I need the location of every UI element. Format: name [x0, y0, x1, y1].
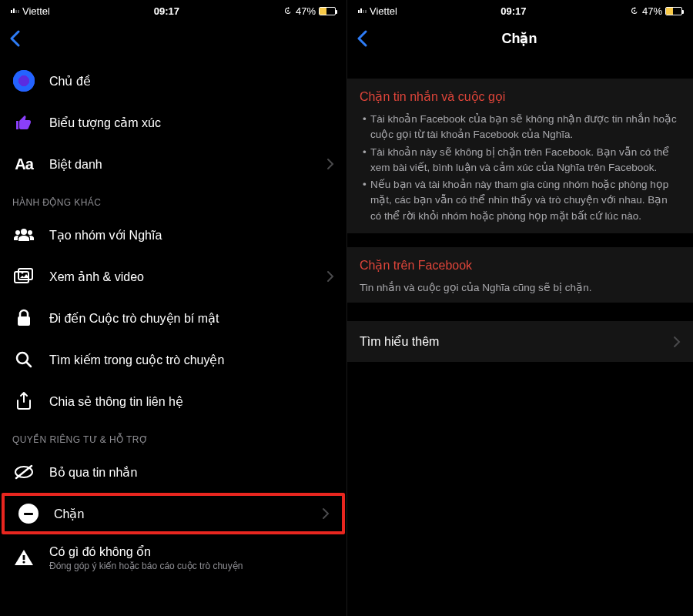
chevron-left-icon: [9, 30, 20, 47]
search-icon: [12, 350, 35, 369]
block-facebook-desc: Tin nhắn và cuộc gọi của Nghĩa cũng sẽ b…: [360, 280, 681, 296]
row-create-group-label: Tạo nhóm với Nghĩa: [49, 228, 334, 243]
text-icon: Aa: [15, 156, 33, 173]
row-view-media-label: Xem ảnh & video: [49, 270, 313, 284]
carrier-label: Viettel: [22, 5, 50, 17]
back-button[interactable]: [8, 27, 22, 50]
status-bar: Viettel 09:17 47%: [347, 0, 693, 22]
svg-rect-14: [634, 10, 635, 12]
chevron-right-icon: [326, 270, 334, 283]
desc-item: Nếu bạn và tài khoản này tham gia cùng n…: [363, 177, 681, 224]
row-secret-conversation[interactable]: Đi đến Cuộc trò chuyện bí mật: [0, 297, 346, 339]
row-view-media[interactable]: Xem ảnh & video: [0, 256, 346, 297]
section-privacy-support: QUYỀN RIÊNG TƯ & HỖ TRỢ: [0, 422, 346, 451]
row-create-group[interactable]: Tạo nhóm với Nghĩa: [0, 214, 346, 256]
row-nickname-label: Biệt danh: [49, 157, 313, 172]
nav-bar: [0, 22, 346, 55]
block-icon: [17, 504, 40, 524]
block-messages-title: Chặn tin nhắn và cuộc gọi: [347, 79, 693, 112]
svg-point-1: [21, 229, 27, 235]
row-report-label: Có gì đó không ổn: [49, 544, 334, 559]
row-search-conversation[interactable]: Tìm kiếm trong cuộc trò chuyện: [0, 339, 346, 380]
group-icon: [12, 227, 35, 243]
row-ignore-label: Bỏ qua tin nhắn: [49, 465, 334, 480]
row-report[interactable]: Có gì đó không ổn Đóng góp ý kiến hoặc b…: [0, 534, 346, 581]
row-learn-more[interactable]: Tìm hiểu thêm: [347, 321, 693, 362]
ignore-icon: [12, 464, 35, 480]
row-emoji[interactable]: Biểu tượng cảm xúc: [0, 102, 346, 143]
warning-icon: [12, 548, 35, 567]
theme-icon: [13, 70, 35, 92]
battery-icon: [665, 7, 682, 15]
row-theme-label: Chủ đề: [49, 74, 334, 89]
share-icon: [12, 391, 35, 411]
row-secret-label: Đi đến Cuộc trò chuyện bí mật: [49, 311, 334, 326]
chevron-right-icon: [322, 507, 330, 520]
chevron-right-icon: [326, 158, 334, 170]
svg-point-2: [15, 230, 20, 235]
svg-point-6: [22, 272, 24, 274]
desc-item: Tài khoản Facebook của bạn sẽ không nhận…: [363, 112, 681, 143]
row-emoji-label: Biểu tượng cảm xúc: [49, 116, 334, 130]
clock: 09:17: [50, 5, 283, 17]
svg-rect-7: [18, 316, 30, 326]
block-facebook-title: Chặn trên Facebook: [347, 247, 693, 280]
desc-item: Tài khoản này sẽ không bị chặn trên Face…: [363, 145, 681, 176]
orientation-lock-icon: [283, 6, 293, 15]
settings-screen: Viettel 09:17 47% Chủ đề Biểu tượng cảm …: [0, 0, 346, 616]
page-title: Chặn: [353, 30, 685, 47]
signal-icon: [358, 8, 367, 13]
row-block-label: Chặn: [54, 507, 308, 521]
thumb-icon: [12, 113, 35, 132]
battery-pct: 47%: [296, 5, 316, 17]
battery-icon: [319, 7, 336, 15]
row-block[interactable]: Chặn: [2, 493, 345, 534]
lock-icon: [12, 309, 35, 327]
row-share-label: Chia sẻ thông tin liên hệ: [49, 394, 334, 409]
block-messages-card[interactable]: Chặn tin nhắn và cuộc gọi Tài khoản Face…: [347, 79, 693, 233]
row-share-contact[interactable]: Chia sẻ thông tin liên hệ: [0, 380, 346, 422]
block-messages-desc: Tài khoản Facebook của bạn sẽ không nhận…: [360, 112, 681, 224]
block-screen: Viettel 09:17 47% Chặn Chặn tin nhắn và …: [346, 0, 693, 616]
row-theme[interactable]: Chủ đề: [0, 60, 346, 102]
svg-rect-12: [23, 555, 25, 560]
svg-point-13: [22, 561, 25, 563]
svg-point-3: [28, 230, 32, 235]
block-facebook-card[interactable]: Chặn trên Facebook Tin nhắn và cuộc gọi …: [347, 247, 693, 303]
battery-pct: 47%: [642, 5, 662, 17]
status-bar: Viettel 09:17 47%: [0, 0, 346, 22]
svg-rect-0: [287, 10, 289, 12]
row-report-sub: Đóng góp ý kiến hoặc báo cáo cuộc trò ch…: [49, 561, 334, 571]
row-search-label: Tìm kiếm trong cuộc trò chuyện: [49, 353, 334, 367]
carrier-label: Viettel: [370, 5, 397, 17]
chevron-right-icon: [673, 336, 681, 348]
orientation-lock-icon: [630, 6, 639, 15]
svg-line-9: [26, 362, 31, 367]
learn-more-label: Tìm hiểu thêm: [360, 334, 439, 349]
row-ignore-messages[interactable]: Bỏ qua tin nhắn: [0, 451, 346, 493]
row-nickname[interactable]: Aa Biệt danh: [0, 143, 346, 185]
media-icon: [12, 268, 35, 285]
clock: 09:17: [397, 5, 630, 17]
section-other-actions: HÀNH ĐỘNG KHÁC: [0, 185, 346, 214]
signal-icon: [11, 8, 19, 13]
nav-bar: Chặn: [347, 22, 693, 55]
